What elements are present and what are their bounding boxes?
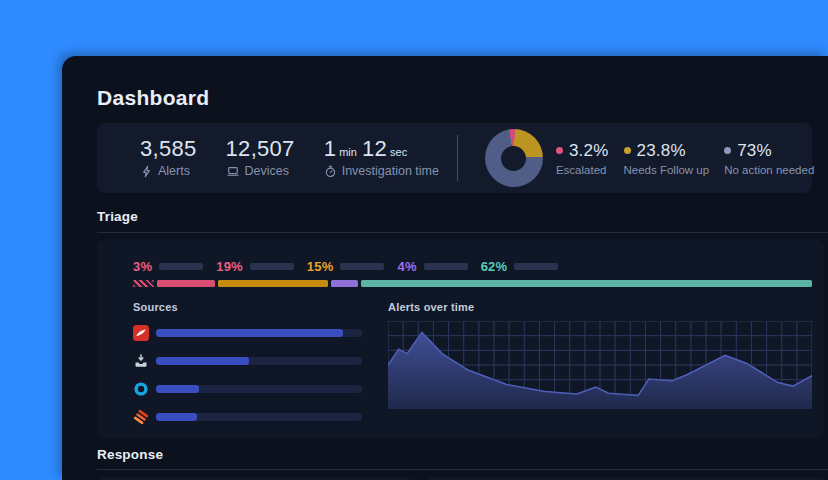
source-bar-fill xyxy=(156,329,343,337)
investigation-value: 1min12sec xyxy=(324,138,439,160)
devices-value: 12,507 xyxy=(226,138,295,160)
devices-label: Devices xyxy=(245,164,289,178)
triage-section-heading: Triage xyxy=(97,209,828,233)
triage-percent-group: 19% xyxy=(216,259,294,274)
dashboard-panel: Dashboard 3,585 Alerts 12,507 Devices 1m… xyxy=(62,56,828,480)
category-placeholder-bar xyxy=(159,263,203,270)
devices-label-row: Devices xyxy=(226,164,295,178)
alerts-over-time-title: Alerts over time xyxy=(388,301,812,313)
laptop-icon xyxy=(226,165,240,178)
source-bar-fill xyxy=(156,385,199,393)
triage-percent-group: 4% xyxy=(397,259,467,274)
investigation-minutes: 1 xyxy=(324,136,337,161)
stopwatch-icon xyxy=(324,165,337,178)
source-bar-fill xyxy=(156,357,249,365)
escalated-value: 3.2% xyxy=(569,141,609,161)
source-row xyxy=(133,409,362,425)
stat-alerts: 3,585 Alerts xyxy=(140,138,197,178)
source-bar-track xyxy=(156,329,362,337)
investigation-seconds: 12 xyxy=(362,136,387,161)
no-action-label: No action needed xyxy=(724,164,814,176)
category-placeholder-bar xyxy=(424,263,468,270)
stacked-bar-segment xyxy=(331,280,357,287)
legend-item-no-action: 73% No action needed xyxy=(724,141,814,176)
stacked-bar-segment xyxy=(218,280,329,287)
alerts-label-row: Alerts xyxy=(140,164,197,178)
seconds-unit: sec xyxy=(390,146,407,158)
no-action-value: 73% xyxy=(737,141,772,161)
triage-card: 3% 19% 15% 4% 62% xyxy=(97,240,824,438)
triage-percent-group: 15% xyxy=(307,259,385,274)
source-bar-track xyxy=(156,357,362,365)
triage-percent-row: 3% 19% 15% 4% 62% xyxy=(133,259,812,274)
alerts-label: Alerts xyxy=(158,164,190,178)
summary-stats-card: 3,585 Alerts 12,507 Devices 1min12sec In… xyxy=(97,123,812,193)
stats-divider xyxy=(457,135,458,181)
legend-item-escalated: 3.2% Escalated xyxy=(556,141,609,176)
triage-percent-group: 3% xyxy=(133,259,203,274)
stat-devices: 12,507 Devices xyxy=(226,138,295,178)
needs-follow-up-value: 23.8% xyxy=(637,141,686,161)
triage-body: Sources xyxy=(133,301,812,438)
source-row xyxy=(133,353,362,369)
triage-percent: 15% xyxy=(307,259,334,274)
triage-percent: 4% xyxy=(397,259,416,274)
source-row xyxy=(133,437,362,438)
source-row xyxy=(133,381,362,397)
category-placeholder-bar xyxy=(250,263,294,270)
stacked-bar-segment xyxy=(133,280,154,287)
alerts-value: 3,585 xyxy=(140,138,197,160)
red-swoosh-source-icon xyxy=(133,325,149,341)
source-row xyxy=(133,325,362,341)
sources-title: Sources xyxy=(133,301,362,313)
source-bar-fill xyxy=(156,413,197,421)
triage-percent-group: 62% xyxy=(481,259,559,274)
no-action-dot xyxy=(724,147,731,154)
source-bar-track xyxy=(156,385,362,393)
triage-donut-chart xyxy=(485,129,543,187)
donut-hole xyxy=(501,146,526,171)
stacked-bar-segment xyxy=(361,280,812,287)
stripes-source-icon xyxy=(133,409,149,425)
sources-panel: Sources xyxy=(133,301,362,438)
alerts-over-time-chart xyxy=(388,321,812,409)
category-placeholder-bar xyxy=(340,263,384,270)
response-section-heading: Response xyxy=(97,447,828,470)
needs-follow-up-dot xyxy=(624,147,631,154)
donut-legend: 3.2% Escalated 23.8% Needs Follow up 73%… xyxy=(556,141,814,176)
investigation-label: Investigation time xyxy=(342,164,439,178)
source-bar-track xyxy=(156,413,362,421)
minutes-unit: min xyxy=(339,146,357,158)
triage-stacked-bar xyxy=(133,280,812,287)
triage-percent: 3% xyxy=(133,259,152,274)
azure-source-icon xyxy=(133,437,149,438)
inbox-source-icon xyxy=(133,353,149,369)
triage-percent: 62% xyxy=(481,259,508,274)
escalated-dot xyxy=(556,147,563,154)
investigation-label-row: Investigation time xyxy=(324,164,439,178)
page-title: Dashboard xyxy=(97,86,828,110)
alerts-over-time-panel: Alerts over time xyxy=(388,301,812,438)
stat-investigation-time: 1min12sec Investigation time xyxy=(324,138,439,178)
escalated-label: Escalated xyxy=(556,164,609,176)
legend-item-needs-follow-up: 23.8% Needs Follow up xyxy=(624,141,710,176)
bolt-icon xyxy=(140,165,153,178)
ring-source-icon xyxy=(133,381,149,397)
needs-follow-up-label: Needs Follow up xyxy=(624,164,710,176)
category-placeholder-bar xyxy=(514,263,558,270)
triage-percent: 19% xyxy=(216,259,243,274)
stacked-bar-segment xyxy=(157,280,215,287)
